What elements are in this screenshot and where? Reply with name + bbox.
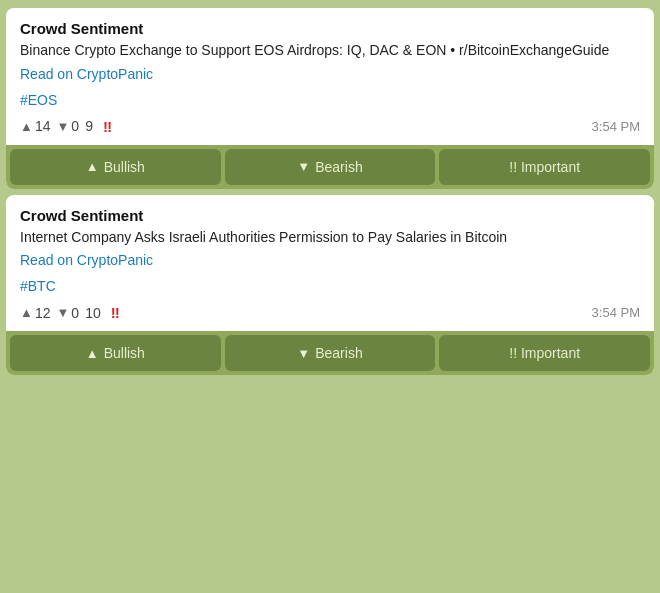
important-count: 9 bbox=[85, 118, 93, 134]
timestamp: 3:54 PM bbox=[592, 119, 640, 134]
actions-row: ▲ Bullish ▼ Bearish !! Important bbox=[6, 331, 654, 375]
card-body-2: Crowd Sentiment Internet Company Asks Is… bbox=[6, 195, 654, 332]
card-title: Crowd Sentiment bbox=[20, 20, 640, 37]
down-count: 0 bbox=[71, 118, 79, 134]
read-link[interactable]: Read on CryptoPanic bbox=[20, 252, 153, 268]
hashtag: #EOS bbox=[20, 92, 640, 108]
article-text: Internet Company Asks Israeli Authoritie… bbox=[20, 228, 640, 248]
important-button[interactable]: !! Important bbox=[439, 149, 650, 185]
bullish-icon: ▲ bbox=[86, 159, 99, 174]
down-arrow-icon: ▼ bbox=[56, 119, 69, 134]
card-1: Crowd Sentiment Binance Crypto Exchange … bbox=[6, 8, 654, 189]
bearish-label: Bearish bbox=[315, 159, 362, 175]
down-count: 0 bbox=[71, 305, 79, 321]
stats-left: ▲ 12 ▼ 0 10 ‼ bbox=[20, 304, 120, 321]
down-votes: ▼ 0 bbox=[56, 118, 79, 134]
bullish-button[interactable]: ▲ Bullish bbox=[10, 335, 221, 371]
card-2: Crowd Sentiment Internet Company Asks Is… bbox=[6, 195, 654, 376]
important-marks: ‼ bbox=[103, 118, 112, 135]
stats-row: ▲ 12 ▼ 0 10 ‼ 3:54 PM bbox=[20, 304, 640, 321]
important-marks: ‼ bbox=[111, 304, 120, 321]
bullish-label: Bullish bbox=[104, 345, 145, 361]
bearish-label: Bearish bbox=[315, 345, 362, 361]
actions-row: ▲ Bullish ▼ Bearish !! Important bbox=[6, 145, 654, 189]
up-count: 14 bbox=[35, 118, 51, 134]
bullish-label: Bullish bbox=[104, 159, 145, 175]
important-button[interactable]: !! Important bbox=[439, 335, 650, 371]
stats-left: ▲ 14 ▼ 0 9 ‼ bbox=[20, 118, 112, 135]
up-arrow-icon: ▲ bbox=[20, 305, 33, 320]
stats-row: ▲ 14 ▼ 0 9 ‼ 3:54 PM bbox=[20, 118, 640, 135]
article-text: Binance Crypto Exchange to Support EOS A… bbox=[20, 41, 640, 61]
bearish-icon: ▼ bbox=[297, 346, 310, 361]
bearish-button[interactable]: ▼ Bearish bbox=[225, 335, 436, 371]
card-title: Crowd Sentiment bbox=[20, 207, 640, 224]
read-link[interactable]: Read on CryptoPanic bbox=[20, 66, 153, 82]
bullish-icon: ▲ bbox=[86, 346, 99, 361]
card-body-1: Crowd Sentiment Binance Crypto Exchange … bbox=[6, 8, 654, 145]
timestamp: 3:54 PM bbox=[592, 305, 640, 320]
hashtag: #BTC bbox=[20, 278, 640, 294]
bullish-button[interactable]: ▲ Bullish bbox=[10, 149, 221, 185]
up-count: 12 bbox=[35, 305, 51, 321]
up-arrow-icon: ▲ bbox=[20, 119, 33, 134]
down-arrow-icon: ▼ bbox=[56, 305, 69, 320]
down-votes: ▼ 0 bbox=[56, 305, 79, 321]
up-votes: ▲ 14 bbox=[20, 118, 50, 134]
important-label: !! Important bbox=[509, 159, 580, 175]
important-count: 10 bbox=[85, 305, 101, 321]
bearish-button[interactable]: ▼ Bearish bbox=[225, 149, 436, 185]
important-label: !! Important bbox=[509, 345, 580, 361]
up-votes: ▲ 12 bbox=[20, 305, 50, 321]
bearish-icon: ▼ bbox=[297, 159, 310, 174]
